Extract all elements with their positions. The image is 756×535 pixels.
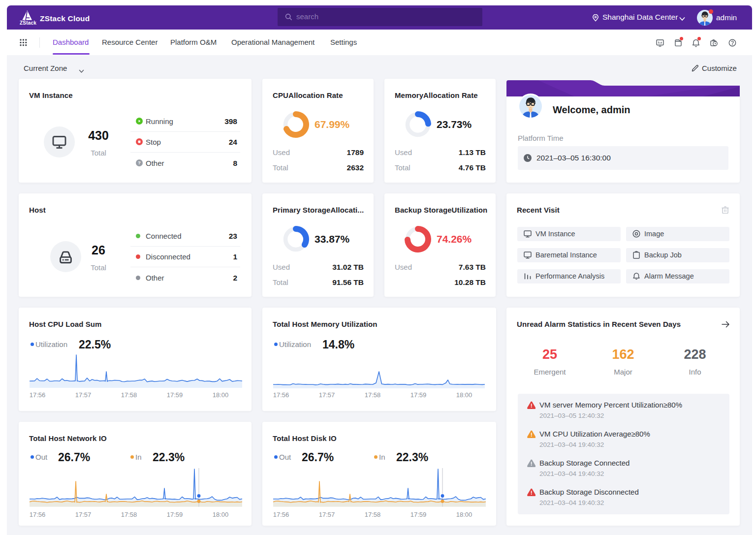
svg-text:?: ?	[138, 160, 141, 165]
